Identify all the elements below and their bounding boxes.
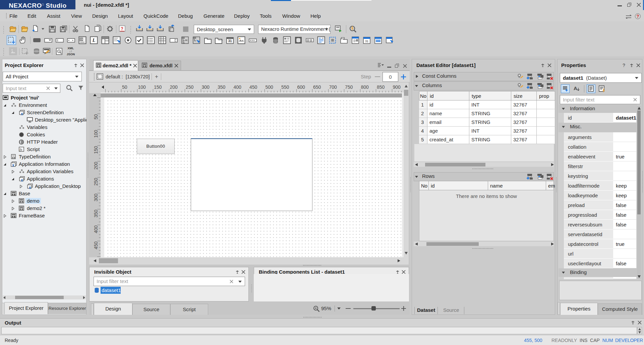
svg-text:x: x <box>21 178 23 182</box>
svg-text:31: 31 <box>228 39 232 43</box>
svg-text:31: 31 <box>365 40 368 43</box>
svg-text:A: A <box>574 85 577 91</box>
svg-text:x: x <box>29 185 31 189</box>
svg-text:?: ? <box>121 26 123 31</box>
svg-text:x: x <box>12 163 14 167</box>
svg-text:x: x <box>21 112 23 116</box>
svg-text:L: L <box>92 38 96 43</box>
svg-text:fx: fx <box>20 147 22 151</box>
svg-text:XYZ: XYZ <box>218 39 223 42</box>
